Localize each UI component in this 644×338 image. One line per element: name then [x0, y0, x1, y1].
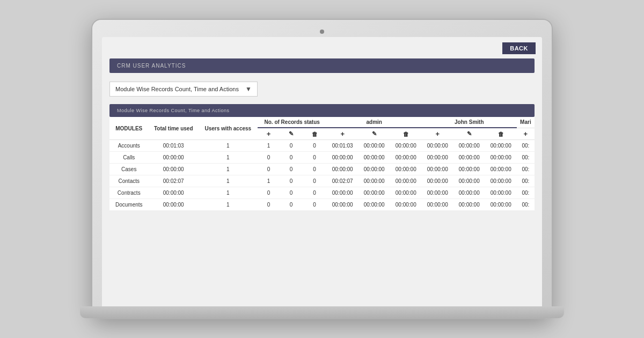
- cell-r1-c9: 00:00:00: [422, 152, 453, 164]
- col-header-total-time: Total time used: [149, 117, 199, 140]
- cell-r2-c9: 00:00:00: [422, 164, 453, 175]
- cell-r5-c0: Documents: [109, 199, 149, 211]
- cell-r2-c8: 00:00:00: [390, 164, 422, 175]
- cell-r3-c8: 00:00:00: [390, 175, 422, 187]
- cell-r4-c4: 0: [280, 187, 303, 199]
- cell-r2-c6: 00:00:00: [327, 164, 358, 175]
- sub-records-del: 🗑: [302, 128, 326, 140]
- cell-r5-c4: 0: [280, 199, 303, 211]
- back-button[interactable]: BACK: [502, 42, 536, 54]
- col-header-records: No. of Records status: [258, 117, 327, 128]
- cell-r4-c9: 00:00:00: [422, 187, 453, 199]
- cell-r4-c8: 00:00:00: [390, 187, 422, 199]
- cell-r5-c6: 00:00:00: [327, 199, 358, 211]
- cell-r4-c6: 00:00:00: [327, 187, 358, 199]
- cell-r5-c12: 00:: [517, 199, 535, 211]
- cell-r4-c2: 1: [199, 187, 258, 199]
- cell-r4-c7: 00:00:00: [358, 187, 390, 199]
- cell-r5-c10: 00:00:00: [453, 199, 485, 211]
- sub-john-edit: ✎: [453, 128, 485, 140]
- cell-r3-c12: 00:: [517, 175, 535, 187]
- cell-r3-c1: 00:02:07: [149, 175, 199, 187]
- cell-r2-c7: 00:00:00: [358, 164, 390, 175]
- cell-r4-c3: 0: [258, 187, 280, 199]
- cell-r0-c1: 00:01:03: [149, 140, 199, 152]
- table-row: Cases00:00:00100000:00:0000:00:0000:00:0…: [109, 164, 535, 175]
- cell-r4-c12: 00:: [517, 187, 535, 199]
- table-row: Contracts00:00:00100000:00:0000:00:0000:…: [109, 187, 535, 199]
- table-group-header-row: MODULES Total time used Users with acces…: [109, 117, 535, 128]
- cell-r1-c3: 0: [258, 152, 280, 164]
- cell-r3-c3: 1: [258, 175, 280, 187]
- sub-records-plus: +: [258, 128, 280, 140]
- col-header-john: John Smith: [422, 117, 517, 128]
- cell-r1-c2: 1: [199, 152, 258, 164]
- section-title: Module Wise Records Count, Time and Acti…: [117, 108, 230, 113]
- camera: [320, 30, 324, 34]
- table-row: Accounts00:01:03110000:01:0300:00:0000:0…: [109, 140, 535, 152]
- cell-r3-c6: 00:02:07: [327, 175, 358, 187]
- cell-r2-c11: 00:00:00: [485, 164, 517, 175]
- cell-r5-c11: 00:00:00: [485, 199, 517, 211]
- data-table-container: MODULES Total time used Users with acces…: [109, 117, 535, 211]
- cell-r1-c6: 00:00:00: [327, 152, 358, 164]
- col-header-modules: MODULES: [109, 117, 149, 140]
- cell-r4-c11: 00:00:00: [485, 187, 517, 199]
- cell-r4-c5: 0: [302, 187, 326, 199]
- col-header-admin: admin: [327, 117, 422, 128]
- col-header-mari: Mari: [517, 117, 535, 128]
- cell-r1-c4: 0: [280, 152, 303, 164]
- cell-r0-c5: 0: [302, 140, 326, 152]
- sub-john-del: 🗑: [485, 128, 517, 140]
- cell-r3-c10: 00:00:00: [453, 175, 485, 187]
- cell-r0-c3: 1: [258, 140, 280, 152]
- cell-r0-c11: 00:00:00: [485, 140, 517, 152]
- cell-r0-c10: 00:00:00: [453, 140, 485, 152]
- cell-r3-c5: 0: [302, 175, 326, 187]
- cell-r0-c2: 1: [199, 140, 258, 152]
- sub-admin-del: 🗑: [390, 128, 422, 140]
- dropdown-arrow-icon: ▼: [245, 85, 252, 93]
- cell-r1-c5: 0: [302, 152, 326, 164]
- cell-r0-c9: 00:00:00: [422, 140, 453, 152]
- cell-r2-c10: 00:00:00: [453, 164, 485, 175]
- cell-r2-c0: Cases: [109, 164, 149, 175]
- cell-r3-c0: Contacts: [109, 175, 149, 187]
- sub-john-plus: +: [422, 128, 453, 140]
- cell-r0-c0: Accounts: [109, 140, 149, 152]
- cell-r4-c1: 00:00:00: [149, 187, 199, 199]
- dropdown-section: Module Wise Records Count, Time and Acti…: [102, 73, 542, 102]
- cell-r1-c11: 00:00:00: [485, 152, 517, 164]
- sub-admin-edit: ✎: [358, 128, 390, 140]
- cell-r0-c8: 00:00:00: [390, 140, 422, 152]
- cell-r0-c6: 00:01:03: [327, 140, 358, 152]
- cell-r4-c0: Contracts: [109, 187, 149, 199]
- cell-r3-c7: 00:00:00: [358, 175, 390, 187]
- cell-r1-c12: 00:: [517, 152, 535, 164]
- report-type-dropdown[interactable]: Module Wise Records Count, Time and Acti…: [109, 82, 258, 97]
- table-row: Contacts00:02:07110000:02:0700:00:0000:0…: [109, 175, 535, 187]
- cell-r1-c0: Calls: [109, 152, 149, 164]
- dropdown-value: Module Wise Records Count, Time and Acti…: [115, 86, 239, 92]
- cell-r0-c12: 00:: [517, 140, 535, 152]
- cell-r0-c7: 00:00:00: [358, 140, 390, 152]
- cell-r2-c5: 0: [302, 164, 326, 175]
- col-header-users: Users with access: [199, 117, 258, 140]
- cell-r5-c8: 00:00:00: [390, 199, 422, 211]
- cell-r2-c1: 00:00:00: [149, 164, 199, 175]
- laptop-screen: BACK CRM USER ANALYTICS Module Wise Reco…: [102, 37, 542, 306]
- cell-r3-c2: 1: [199, 175, 258, 187]
- cell-r5-c3: 0: [258, 199, 280, 211]
- laptop-base: [80, 306, 564, 318]
- crm-header-bar: CRM USER ANALYTICS: [109, 58, 535, 73]
- cell-r1-c10: 00:00:00: [453, 152, 485, 164]
- cell-r1-c1: 00:00:00: [149, 152, 199, 164]
- cell-r3-c4: 0: [280, 175, 303, 187]
- cell-r5-c5: 0: [302, 199, 326, 211]
- sub-admin-plus: +: [327, 128, 358, 140]
- laptop-frame: BACK CRM USER ANALYTICS Module Wise Reco…: [91, 19, 553, 319]
- table-body: Accounts00:01:03110000:01:0300:00:0000:0…: [109, 140, 535, 211]
- cell-r5-c9: 00:00:00: [422, 199, 453, 211]
- cell-r3-c9: 00:00:00: [422, 175, 453, 187]
- cell-r5-c2: 1: [199, 199, 258, 211]
